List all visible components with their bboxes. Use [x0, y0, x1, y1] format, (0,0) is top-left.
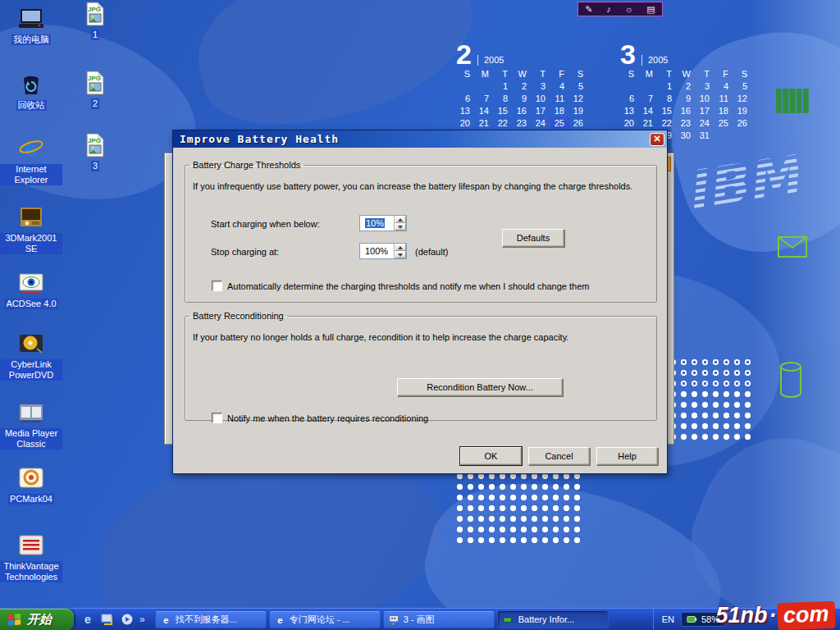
taskbar-task-battery-information[interactable]: Battery Infor... [497, 610, 609, 628]
defaults-button[interactable]: Defaults [502, 229, 564, 247]
spin-up-button[interactable] [395, 244, 406, 251]
jpg-file-icon: JPG [81, 0, 109, 28]
watermark-dot: · [769, 603, 776, 628]
desktop-icon-3dmark2001[interactable]: 3DMark2001 SE [0, 203, 62, 254]
calendar-day-header: M [475, 68, 494, 80]
ie-quicklaunch-icon[interactable]: e [80, 612, 95, 627]
desktop-icon-media-player-classic[interactable]: Media Player Classic [0, 399, 62, 450]
start-threshold-spinner[interactable]: 10% [359, 215, 407, 231]
taskbar-task-paint[interactable]: 3 - 画图 [383, 610, 495, 628]
desktop-icon-label: 我的电脑 [11, 34, 51, 45]
task-label: 专门网论坛 - ... [290, 614, 350, 626]
calendar-day-header: M [639, 68, 658, 80]
desktop-icon-label: ACDSee 4.0 [4, 299, 57, 309]
checkbox-box[interactable] [212, 413, 222, 423]
calendar-day-header: T [658, 68, 677, 80]
recondition-battery-button[interactable]: Recondition Battery Now... [397, 378, 563, 396]
calendar-date: 12 [733, 93, 752, 104]
spin-down-button[interactable] [395, 223, 406, 231]
cancel-button[interactable]: Cancel [528, 447, 590, 465]
desktop-icon-label: Internet Explorer [0, 164, 62, 185]
ok-button[interactable]: OK [460, 447, 522, 465]
start-threshold-value: 10% [365, 218, 385, 228]
dots-pattern [456, 472, 585, 548]
calendar-year: 2005 [641, 55, 668, 66]
language-indicator[interactable]: EN [662, 614, 674, 624]
calendar-date: 24 [696, 117, 714, 129]
desktop-icon-internet-explorer[interactable]: e Internet Explorer [0, 135, 62, 185]
battery-tray-icon [687, 615, 698, 623]
desktop-icon-label: 2 [91, 98, 99, 109]
calendar-year: 2005 [477, 55, 504, 66]
reconditioning-description: If your battery no longer holds a full c… [193, 332, 568, 342]
checkbox-label[interactable]: Notify me when the battery requires reco… [227, 413, 428, 423]
desktop-icon-jpg-3[interactable]: JPG 3 [64, 131, 126, 171]
stop-threshold-spinner[interactable]: 100% [359, 243, 407, 259]
notes-icon[interactable]: ▤ [646, 5, 655, 14]
spin-up-button[interactable] [395, 216, 406, 223]
calendar-date: 26 [733, 117, 752, 129]
desktop-icon-recycle-bin[interactable]: 回收站 [0, 71, 62, 111]
brightness-icon[interactable]: ☼ [624, 5, 632, 14]
desktop-icon-my-computer[interactable]: 我的电脑 [0, 5, 62, 45]
calendar-day-header: S [733, 68, 752, 80]
stop-threshold-value: 100% [360, 244, 394, 258]
checkbox-label[interactable]: Automatically determine the charging thr… [227, 281, 589, 291]
calendar-date: 5 [569, 80, 588, 92]
task-buttons: e 找不到服务器... e 专门网论坛 - ... 3 - 画图 [152, 610, 609, 628]
calendar-date [733, 130, 752, 141]
desktop-icon-label: Media Player Classic [0, 428, 62, 450]
start-charging-label: Start charging when below: [211, 219, 320, 229]
calendar-date: 11 [714, 93, 733, 104]
presentation-toolbar[interactable]: ✎ ♪ ☼ ▤ [578, 2, 663, 16]
quick-launch: e » [74, 609, 152, 630]
calendar-date: 24 [532, 117, 550, 129]
calendar-date: 6 [620, 93, 639, 104]
acdsee-icon [17, 269, 45, 297]
calendar-month-number: 2 [456, 43, 472, 66]
watermark: 51nb · com [715, 602, 835, 629]
desktop-icon-powerdvd[interactable]: CyberLink PowerDVD [0, 330, 62, 381]
desktop-icon-label: ThinkVantage Technologies [0, 561, 62, 582]
internet-explorer-icon: e [17, 135, 45, 162]
calendar-date: 4 [714, 80, 733, 92]
calendar-date: 10 [696, 93, 714, 104]
calendar-date: 22 [494, 117, 513, 129]
start-button[interactable]: 开始 [0, 609, 74, 630]
quick-launch-overflow-chevron[interactable]: » [139, 614, 145, 625]
calendar-date: 8 [494, 93, 513, 104]
close-button[interactable]: ✕ [650, 133, 664, 146]
calendar-date: 23 [677, 117, 696, 129]
battery-charge-thresholds-group: Battery Charge Thresholds If you infrequ… [185, 160, 657, 303]
desktop-icon-thinkvantage[interactable]: ThinkVantage Technologies [0, 532, 62, 582]
auto-determine-checkbox[interactable]: Automatically determine the charging thr… [212, 281, 589, 291]
dialog-titlebar[interactable]: Improve Battery Health ✕ [173, 130, 667, 148]
svg-text:JPG: JPG [88, 137, 101, 144]
checkbox-box[interactable] [212, 281, 222, 291]
calendar-date: 18 [550, 105, 569, 116]
calendar-date: 3 [696, 80, 714, 92]
calendar-date: 4 [550, 80, 569, 92]
spin-down-button[interactable] [395, 251, 406, 258]
svg-text:e: e [84, 613, 91, 626]
media-player-quicklaunch-icon[interactable] [120, 612, 135, 627]
group-title: Battery Charge Thresholds [189, 160, 304, 170]
calendar-date: 30 [677, 130, 696, 141]
music-icon[interactable]: ♪ [606, 5, 611, 14]
pen-icon[interactable]: ✎ [585, 5, 592, 14]
calendar-day-header: S [620, 68, 639, 80]
desktop-icon-jpg-1[interactable]: JPG 1 [64, 0, 126, 40]
show-desktop-icon[interactable] [100, 612, 115, 627]
help-button[interactable]: Help [596, 447, 658, 465]
desktop-icon-label: CyberLink PowerDVD [0, 359, 62, 381]
calendar-date: 22 [658, 117, 677, 129]
calendar-date: 19 [733, 105, 752, 116]
watermark-brand: 51nb [715, 603, 767, 628]
desktop-icon-pcmark04[interactable]: PCMark04 [0, 464, 62, 504]
taskbar-task-forum[interactable]: e 专门网论坛 - ... [269, 610, 381, 628]
desktop-icon-acdsee[interactable]: ACDSee 4.0 [0, 269, 62, 309]
taskbar-task-server-not-found[interactable]: e 找不到服务器... [155, 610, 267, 628]
calendar-date [456, 80, 475, 92]
notify-reconditioning-checkbox[interactable]: Notify me when the battery requires reco… [212, 413, 428, 423]
desktop-icon-jpg-2[interactable]: JPG 2 [64, 69, 126, 109]
